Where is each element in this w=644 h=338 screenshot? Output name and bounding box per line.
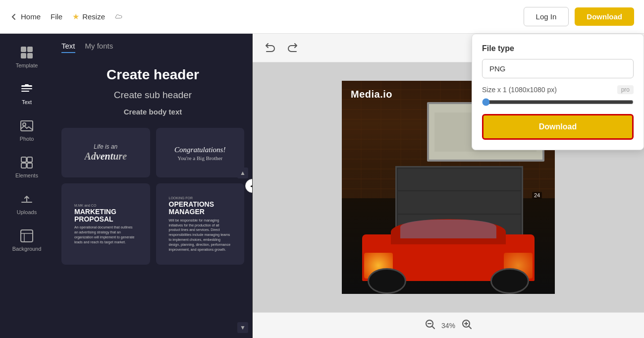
zoom-out-button[interactable] xyxy=(425,319,435,332)
zoom-out-icon xyxy=(425,319,435,330)
uploads-icon xyxy=(20,192,34,206)
download-panel-title: File type xyxy=(482,44,634,53)
pro-badge: pro xyxy=(617,85,634,94)
file-type-input[interactable] xyxy=(482,59,634,78)
undo-button[interactable] xyxy=(263,40,277,56)
download-dropdown: File type Size x 1 (1080x1080 px) pro Do… xyxy=(472,34,644,150)
marketing-body: An operational document that outlines an… xyxy=(74,225,137,244)
garage-panel-1 xyxy=(398,169,521,190)
wheel-left xyxy=(368,268,406,294)
star-icon: ★ xyxy=(72,12,79,21)
car-container xyxy=(353,209,544,294)
panel-tabs: Text My fonts xyxy=(61,42,244,57)
download-top-button[interactable]: Download xyxy=(575,7,634,26)
svg-rect-12 xyxy=(21,163,26,168)
size-row: Size x 1 (1080x1080 px) pro xyxy=(482,85,634,94)
create-subheader-btn[interactable]: Create sub header xyxy=(61,90,244,101)
zoom-in-icon xyxy=(461,319,472,330)
main-layout: Template Text Photo xyxy=(0,34,644,338)
file-nav[interactable]: File xyxy=(51,12,62,21)
nav-left: Home File ★ Resize xyxy=(10,12,524,21)
left-panel: Text My fonts Create header Create sub h… xyxy=(54,34,253,338)
wheel-right xyxy=(490,268,529,294)
font-cards-grid: Life is an Adventure Congratulations! Yo… xyxy=(61,128,244,265)
congrats-main-text: Congratulations! xyxy=(174,145,225,155)
create-header-btn[interactable]: Create header xyxy=(61,67,244,83)
top-nav: Home File ★ Resize Log In Download xyxy=(0,0,644,34)
tab-myfonts[interactable]: My fonts xyxy=(85,42,113,53)
svg-rect-13 xyxy=(27,163,32,168)
canvas-area: Media.io 24 34% xyxy=(253,34,644,338)
sidebar-item-elements[interactable]: Elements xyxy=(0,149,54,185)
scroll-up-arrow[interactable]: ▲ xyxy=(237,168,248,178)
file-label: File xyxy=(51,12,62,21)
login-button[interactable]: Log In xyxy=(524,7,569,26)
svg-rect-3 xyxy=(27,53,33,58)
zoom-level-text: 34% xyxy=(441,322,455,330)
canvas-bottom: 34% xyxy=(253,312,644,338)
resize-nav[interactable]: ★ Resize xyxy=(72,12,105,21)
size-slider[interactable] xyxy=(482,98,634,106)
ops-card-content: LOOKING FOR OPERATIONS MANAGER Will be r… xyxy=(164,191,237,257)
congrats-card-content: Congratulations! You're a Big Brother xyxy=(174,145,225,161)
home-label: Home xyxy=(21,12,41,21)
svg-line-23 xyxy=(469,327,471,329)
elements-icon xyxy=(20,156,34,169)
adventure-main-text: Adventure xyxy=(84,150,127,162)
home-arrow-icon xyxy=(10,13,18,21)
svg-rect-2 xyxy=(21,53,26,58)
ops-body: Will be responsible for managing initiat… xyxy=(169,218,232,252)
nav-right: Log In Download xyxy=(524,7,634,26)
sidebar-item-uploads[interactable]: Uploads xyxy=(0,185,54,222)
svg-rect-6 xyxy=(21,88,32,89)
font-card-marketing[interactable]: M.MK and CO MARKETINGPROPOSAL An operati… xyxy=(61,183,150,265)
sidebar-item-background[interactable]: Background xyxy=(0,222,54,259)
sidebar-uploads-label: Uploads xyxy=(17,209,37,215)
create-body-btn[interactable]: Create body text xyxy=(61,108,244,116)
resize-label: Resize xyxy=(82,12,105,21)
download-main-button[interactable]: Download xyxy=(482,114,634,140)
sidebar-template-label: Template xyxy=(16,62,38,68)
font-card-operations[interactable]: LOOKING FOR OPERATIONS MANAGER Will be r… xyxy=(156,183,245,265)
sidebar-item-template[interactable]: Template xyxy=(0,39,54,75)
number-badge: 24 xyxy=(532,192,542,199)
size-label-text: Size x 1 (1080x1080 px) xyxy=(482,86,557,94)
cloud-icon xyxy=(115,13,123,21)
congrats-sub-text: You're a Big Brother xyxy=(174,155,225,161)
svg-rect-0 xyxy=(21,47,26,52)
template-icon xyxy=(20,46,34,59)
canvas-brand-text: Media.io xyxy=(351,89,392,100)
home-nav[interactable]: Home xyxy=(10,12,41,21)
sidebar-icons: Template Text Photo xyxy=(0,34,54,338)
panel-collapse-button[interactable]: ◀ xyxy=(245,179,253,193)
sidebar-background-label: Background xyxy=(12,246,42,252)
sidebar-text-label: Text xyxy=(22,99,32,105)
tab-text[interactable]: Text xyxy=(61,42,75,53)
font-card-adventure[interactable]: Life is an Adventure xyxy=(61,128,150,177)
cloud-nav[interactable] xyxy=(115,13,123,21)
redo-button[interactable] xyxy=(285,40,300,56)
marketing-company: M.MK and CO xyxy=(74,204,137,207)
sidebar-elements-label: Elements xyxy=(15,172,38,178)
redo-icon xyxy=(287,42,298,53)
svg-rect-5 xyxy=(25,84,29,86)
svg-rect-7 xyxy=(21,91,29,92)
ops-looking: LOOKING FOR xyxy=(169,196,232,200)
svg-line-19 xyxy=(432,327,434,329)
sidebar-item-photo[interactable]: Photo xyxy=(0,112,54,149)
sidebar-photo-label: Photo xyxy=(20,136,34,142)
svg-rect-10 xyxy=(21,157,26,162)
scroll-down-arrow[interactable]: ▼ xyxy=(237,322,248,333)
windshield xyxy=(400,220,496,238)
marketing-title: MARKETINGPROPOSAL xyxy=(74,208,137,224)
adventure-card-content: Life is an Adventure xyxy=(84,143,127,162)
adventure-life-text: Life is an xyxy=(84,143,127,150)
zoom-in-button[interactable] xyxy=(461,319,472,332)
svg-rect-11 xyxy=(27,157,32,162)
text-icon xyxy=(20,82,34,96)
ops-title: OPERATIONS MANAGER xyxy=(169,201,232,216)
sidebar-item-text[interactable]: Text xyxy=(0,75,54,112)
svg-rect-8 xyxy=(21,121,33,131)
undo-icon xyxy=(265,42,275,53)
font-card-congrats[interactable]: Congratulations! You're a Big Brother xyxy=(156,128,245,177)
